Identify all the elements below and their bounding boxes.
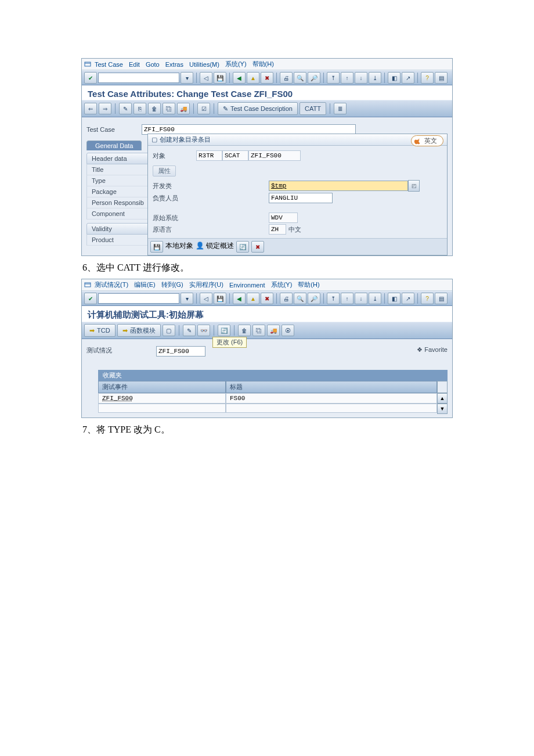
- search-help-icon[interactable]: ◰: [408, 180, 420, 192]
- findnext-icon[interactable]: 🔎: [308, 293, 320, 304]
- print-icon[interactable]: 🖨: [280, 72, 293, 84]
- first-page-icon[interactable]: ⤒: [327, 293, 340, 304]
- tab-general-data[interactable]: General Data: [86, 141, 142, 150]
- col-test-event[interactable]: 测试事件: [98, 381, 226, 393]
- responsible-input[interactable]: [269, 193, 333, 203]
- last-page-icon[interactable]: ⤓: [369, 293, 381, 304]
- scroll-down-icon[interactable]: ▼: [437, 404, 448, 414]
- exec-icon[interactable]: ⦿: [282, 325, 294, 336]
- scroll-up-icon[interactable]: ▲: [437, 393, 448, 404]
- exit-icon[interactable]: ▲: [247, 293, 259, 304]
- test-case-desc-button[interactable]: ✎ Test Case Description: [218, 102, 298, 115]
- menu-goto[interactable]: Goto: [146, 61, 160, 68]
- customize-icon[interactable]: ▤: [435, 72, 448, 84]
- row-event[interactable]: ZFI_FS00: [98, 393, 226, 404]
- new-session-icon[interactable]: ◧: [388, 72, 400, 84]
- enter-icon[interactable]: ✔: [84, 72, 97, 84]
- sap-window-2: 测试情况(T) 编辑(E) 转到(G) 实用程序(U) Environment …: [81, 279, 453, 418]
- truck-icon[interactable]: 🚚: [267, 325, 280, 336]
- transport-icon[interactable]: 🚚: [177, 103, 190, 114]
- menu-goto-2[interactable]: 转到(G): [161, 280, 183, 289]
- back-icon[interactable]: ◁: [200, 293, 212, 304]
- menu-system[interactable]: 系统(Y): [225, 60, 247, 69]
- findnext-icon[interactable]: 🔎: [308, 72, 320, 84]
- dialog-save-icon[interactable]: 💾: [150, 241, 163, 253]
- funcmod-button[interactable]: ➡ 函数模块: [117, 324, 161, 337]
- row-title: FS00: [226, 393, 437, 404]
- back-green-icon[interactable]: ◀: [233, 72, 246, 84]
- side-product: Product: [86, 235, 156, 246]
- copy2-icon[interactable]: ⿻: [252, 325, 265, 336]
- refresh2-icon[interactable]: 🔄: [218, 325, 230, 336]
- check-icon[interactable]: ☑: [197, 103, 210, 114]
- col-title[interactable]: 标题: [226, 381, 437, 393]
- save-icon[interactable]: 💾: [214, 293, 226, 304]
- menu-system-2[interactable]: 系统(Y): [271, 280, 293, 289]
- lang-pill[interactable]: 英文: [411, 135, 443, 146]
- dialog-refresh-icon[interactable]: 🔄: [236, 241, 249, 253]
- catt-button[interactable]: CATT: [300, 102, 326, 115]
- pencil-icon: ✎: [223, 105, 228, 113]
- print-icon[interactable]: 🖨: [280, 293, 293, 304]
- table-row[interactable]: ZFI_FS00 FS00 ▲: [98, 393, 448, 404]
- prev-page-icon[interactable]: ↑: [341, 72, 353, 84]
- cancel-icon[interactable]: ✖: [261, 72, 273, 84]
- next-page-icon[interactable]: ↓: [355, 293, 367, 304]
- new-session-icon[interactable]: ◧: [388, 293, 400, 304]
- favorite-button[interactable]: ❖ Favorite: [417, 346, 448, 354]
- next-page-icon[interactable]: ↓: [355, 72, 367, 84]
- menu-env-2[interactable]: Environment: [229, 282, 265, 289]
- prev-page-icon[interactable]: ↑: [341, 293, 353, 304]
- local-object-button[interactable]: 本地对象: [165, 241, 193, 253]
- menu-edit-2[interactable]: 编辑(E): [134, 280, 156, 289]
- back-icon[interactable]: ◁: [200, 72, 212, 84]
- grid-config-icon[interactable]: [437, 381, 448, 393]
- app-toolbar-2: ➡ TCD ➡ 函数模块 ▢ ✎ 👓 🔄 🗑 ⿻ 🚚 ⦿: [82, 322, 452, 339]
- menu-edit[interactable]: Edit: [129, 61, 140, 68]
- nav-back-icon[interactable]: ⇐: [84, 103, 97, 114]
- trash-icon[interactable]: 🗑: [238, 325, 251, 336]
- devclass-input[interactable]: [269, 181, 408, 191]
- create-icon[interactable]: ▢: [163, 325, 175, 336]
- exit-icon[interactable]: ▲: [247, 72, 259, 84]
- glasses-icon[interactable]: 👓: [197, 325, 210, 336]
- first-page-icon[interactable]: ⤒: [327, 72, 340, 84]
- help-icon[interactable]: ?: [421, 293, 434, 304]
- customize-icon[interactable]: ▤: [435, 293, 448, 304]
- menu-help[interactable]: 帮助(H): [252, 60, 274, 69]
- side-validity[interactable]: Validity: [86, 223, 156, 235]
- change-icon[interactable]: ✎: [119, 103, 132, 114]
- object-label: 对象: [153, 152, 196, 160]
- dropdown-icon[interactable]: ▾: [181, 293, 193, 304]
- help-icon[interactable]: ?: [421, 72, 434, 84]
- back-green-icon[interactable]: ◀: [233, 293, 246, 304]
- dialog-cancel-icon[interactable]: ✖: [251, 241, 264, 253]
- menu-testcase[interactable]: Test Case: [95, 61, 123, 68]
- okcode-input-2[interactable]: [98, 293, 179, 304]
- other-obj-icon[interactable]: ⎘: [134, 103, 146, 114]
- nav-fwd-icon[interactable]: ⇒: [99, 103, 111, 114]
- del-icon[interactable]: 🗑: [148, 103, 161, 114]
- dropdown-icon[interactable]: ▾: [181, 72, 193, 84]
- copy-icon[interactable]: ⿻: [163, 103, 175, 114]
- save-icon[interactable]: 💾: [214, 72, 226, 84]
- enter-icon[interactable]: ✔: [84, 293, 97, 304]
- shortcut-icon[interactable]: ↗: [402, 72, 414, 84]
- lock-overview-button[interactable]: 👤 锁定概述: [196, 241, 234, 253]
- okcode-input[interactable]: [98, 73, 179, 83]
- layout-icon[interactable]: ≣: [334, 103, 347, 114]
- shortcut-icon[interactable]: ↗: [402, 293, 414, 304]
- find-icon[interactable]: 🔍: [294, 293, 306, 304]
- tcd-button[interactable]: ➡ TCD: [84, 324, 116, 337]
- find-icon[interactable]: 🔍: [294, 72, 306, 84]
- menu-help-2[interactable]: 帮助(H): [298, 280, 319, 289]
- menu-extras[interactable]: Extras: [165, 61, 183, 68]
- testcase2-input[interactable]: [156, 346, 205, 357]
- cancel-icon[interactable]: ✖: [261, 293, 273, 304]
- menu-util-2[interactable]: 实用程序(U): [189, 280, 223, 289]
- side-header-data[interactable]: Header data: [86, 153, 156, 164]
- menu-utilities[interactable]: Utilities(M): [189, 61, 219, 68]
- menu-testcase-2[interactable]: 测试情况(T): [95, 280, 128, 289]
- edit-icon[interactable]: ✎: [183, 325, 196, 336]
- last-page-icon[interactable]: ⤓: [369, 72, 381, 84]
